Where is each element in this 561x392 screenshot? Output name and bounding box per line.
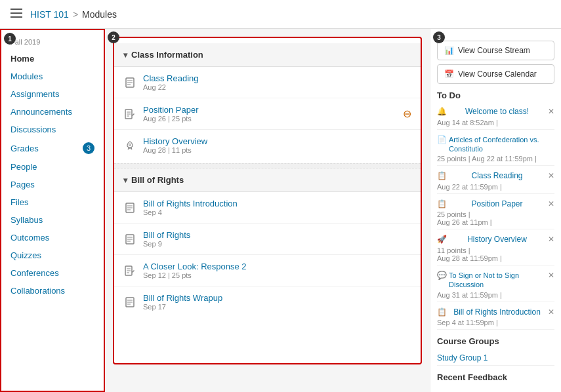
item-title[interactable]: History Overview bbox=[143, 136, 411, 146]
sidebar-item-pages[interactable]: Pages bbox=[1, 176, 104, 193]
close-icon[interactable]: ✕ bbox=[548, 271, 554, 280]
sidebar-item-people[interactable]: People bbox=[1, 158, 104, 176]
sidebar-item-assignments[interactable]: Assignments bbox=[1, 85, 104, 103]
breadcrumb: HIST 101 > Modules bbox=[30, 9, 117, 20]
breadcrumb-course[interactable]: HIST 101 bbox=[30, 9, 69, 20]
todo-meta: Aug 14 at 8:52am | bbox=[437, 119, 554, 127]
item-title[interactable]: A Closer Look: Response 2 bbox=[143, 262, 411, 271]
modules-container: 2 ▾ Class Information Class Reading bbox=[113, 37, 422, 364]
module-bill-of-rights: ▾ Bill of Rights Bill of Rights Introduc… bbox=[114, 168, 421, 317]
sidebar-item-outcomes[interactable]: Outcomes bbox=[1, 229, 104, 246]
list-item: Bill of Rights Wrapup Sep 17 bbox=[114, 286, 421, 317]
todo-item: 📋 Bill of Rights Introduction ✕ Sep 4 at… bbox=[437, 305, 554, 330]
module-class-information-header[interactable]: ▾ Class Information bbox=[114, 43, 421, 66]
study-group-link[interactable]: Study Group 1 bbox=[437, 353, 488, 363]
sidebar-item-grades[interactable]: Grades 3 bbox=[1, 138, 104, 158]
todo-link[interactable]: Class Reading bbox=[471, 171, 522, 182]
todo-item: 📋 Class Reading ✕ Aug 22 at 11:59pm | bbox=[437, 168, 554, 194]
main-circle-label: 2 bbox=[108, 31, 119, 43]
sidebar-item-collaborations[interactable]: Collaborations bbox=[1, 282, 104, 300]
item-title[interactable]: Bill of Rights bbox=[143, 230, 411, 240]
module-class-information-items: Class Reading Aug 22 Position Paper Aug … bbox=[114, 66, 421, 161]
todo-meta: 25 points | Aug 22 at 11:59pm | bbox=[437, 155, 554, 163]
item-title[interactable]: Class Reading bbox=[143, 73, 411, 83]
sidebar-item-discussions[interactable]: Discussions bbox=[1, 121, 104, 138]
close-icon[interactable]: ✕ bbox=[548, 171, 554, 180]
sidebar-item-files[interactable]: Files bbox=[1, 193, 104, 211]
todo-item-header: 🚀 History Overview ✕ bbox=[437, 235, 554, 245]
item-title[interactable]: Bill of Rights Wrapup bbox=[143, 293, 411, 303]
item-title[interactable]: Bill of Rights Introduction bbox=[143, 199, 411, 208]
close-icon[interactable]: ✕ bbox=[548, 307, 554, 317]
todo-meta: Sep 4 at 11:59pm | bbox=[437, 319, 554, 326]
module-bill-of-rights-header[interactable]: ▾ Bill of Rights bbox=[114, 168, 421, 191]
course-groups-title: Course Groups bbox=[437, 336, 554, 346]
list-item: Position Paper Aug 26 | 25 pts ⊖ bbox=[114, 98, 421, 130]
todo-item-header: 📄 Articles of Confederation vs. Constitu… bbox=[437, 135, 554, 154]
file-edit-icon bbox=[123, 264, 136, 277]
calendar-btn-label: View Course Calendar bbox=[458, 69, 537, 79]
close-icon[interactable]: ✕ bbox=[548, 235, 554, 244]
chat-icon: 💬 bbox=[437, 271, 447, 280]
sidebar-item-syllabus[interactable]: Syllabus bbox=[1, 211, 104, 229]
item-content: Bill of Rights Wrapup Sep 17 bbox=[143, 293, 411, 311]
sidebar-item-quizzes[interactable]: Quizzes bbox=[1, 246, 104, 264]
file-icon bbox=[123, 296, 136, 309]
list-item: Bill of Rights Introduction Sep 4 bbox=[114, 192, 421, 224]
list-item: Bill of Rights Sep 9 bbox=[114, 224, 421, 255]
svg-point-11 bbox=[129, 144, 131, 146]
item-meta: Aug 26 | 25 pts bbox=[143, 115, 396, 123]
todo-item-header: 📋 Position Paper ✕ bbox=[437, 199, 554, 210]
file-icon bbox=[123, 201, 136, 214]
todo-meta: Aug 31 at 11:59pm | bbox=[437, 291, 554, 299]
file-icon bbox=[123, 233, 136, 246]
todo-item: 💬 To Sign or Not to Sign Discussion ✕ Au… bbox=[437, 268, 554, 302]
bell-icon: 🔔 bbox=[437, 107, 447, 116]
close-icon[interactable]: ✕ bbox=[548, 199, 554, 208]
section-divider bbox=[114, 163, 421, 168]
main-layout: 1 Fall 2019 Home Modules Assignments Ann… bbox=[0, 29, 561, 392]
hamburger-menu[interactable] bbox=[10, 9, 22, 20]
stream-btn-label: View Course Stream bbox=[458, 46, 530, 55]
todo-meta: 25 points |Aug 26 at 11pm | bbox=[437, 210, 554, 226]
todo-meta: 11 points |Aug 28 at 11:59pm | bbox=[437, 246, 554, 262]
file-icon: 📋 bbox=[437, 199, 447, 208]
module-class-information-title: Class Information bbox=[131, 50, 203, 60]
breadcrumb-separator: > bbox=[73, 9, 78, 20]
breadcrumb-page: Modules bbox=[82, 9, 117, 20]
todo-item: 📋 Position Paper ✕ 25 points |Aug 26 at … bbox=[437, 197, 554, 230]
sidebar-item-modules[interactable]: Modules bbox=[1, 68, 104, 85]
minus-circle-icon[interactable]: ⊖ bbox=[403, 108, 411, 120]
todo-item: 🚀 History Overview ✕ 11 points |Aug 28 a… bbox=[437, 232, 554, 265]
sidebar-item-announcements[interactable]: Announcements bbox=[1, 103, 104, 121]
item-title[interactable]: Position Paper bbox=[143, 105, 396, 115]
todo-link[interactable]: Articles of Confederation vs. Constituti… bbox=[449, 135, 554, 154]
view-course-stream-button[interactable]: 📊 View Course Stream bbox=[437, 41, 554, 60]
close-icon[interactable]: ✕ bbox=[548, 107, 554, 116]
module-bill-of-rights-items: Bill of Rights Introduction Sep 4 Bill o… bbox=[114, 191, 421, 317]
recent-feedback-title: Recent Feedback bbox=[437, 372, 554, 382]
list-item: A Closer Look: Response 2 Sep 12 | 25 pt… bbox=[114, 255, 421, 286]
list-item: History Overview Aug 28 | 11 pts bbox=[114, 130, 421, 161]
sidebar-item-home: Home bbox=[1, 50, 104, 68]
item-meta: Sep 12 | 25 pts bbox=[143, 271, 411, 279]
item-meta: Aug 28 | 11 pts bbox=[143, 146, 411, 154]
todo-link[interactable]: Bill of Rights Introduction bbox=[453, 307, 541, 318]
item-content: Bill of Rights Introduction Sep 4 bbox=[143, 199, 411, 216]
module-bill-of-rights-title: Bill of Rights bbox=[131, 175, 184, 185]
todo-item: 🔔 Welcome to class! ✕ Aug 14 at 8:52am | bbox=[437, 104, 554, 130]
view-course-calendar-button[interactable]: 📅 View Course Calendar bbox=[437, 64, 554, 84]
todo-link[interactable]: Position Paper bbox=[471, 199, 522, 210]
todo-item-header: 📋 Class Reading ✕ bbox=[437, 171, 554, 182]
todo-link[interactable]: Welcome to class! bbox=[465, 107, 529, 117]
item-meta: Sep 4 bbox=[143, 208, 411, 216]
rocket-icon bbox=[123, 139, 136, 152]
todo-item: 📄 Articles of Confederation vs. Constitu… bbox=[437, 132, 554, 167]
sidebar-item-conferences[interactable]: Conferences bbox=[1, 264, 104, 282]
item-meta: Sep 9 bbox=[143, 240, 411, 248]
calendar-icon: 📅 bbox=[444, 69, 454, 79]
todo-link[interactable]: History Overview bbox=[467, 235, 527, 245]
todo-meta: Aug 22 at 11:59pm | bbox=[437, 183, 554, 191]
todo-link[interactable]: To Sign or Not to Sign Discussion bbox=[449, 271, 545, 290]
app-header: HIST 101 > Modules bbox=[0, 0, 561, 29]
